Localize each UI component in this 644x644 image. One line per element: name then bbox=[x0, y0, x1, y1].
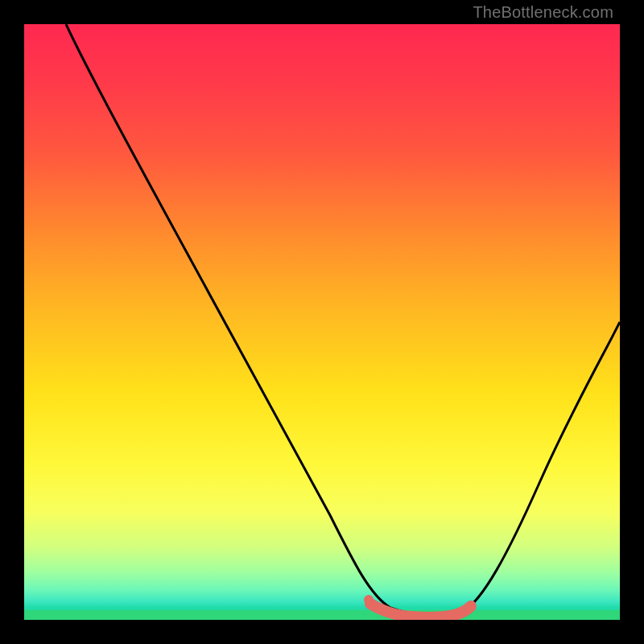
chart-container: TheBottleneck.com bbox=[0, 0, 644, 644]
plot-area bbox=[24, 24, 620, 620]
curve-svg bbox=[24, 24, 620, 620]
main-curve-path bbox=[66, 24, 620, 615]
highlight-start-dot bbox=[364, 595, 374, 605]
watermark-text: TheBottleneck.com bbox=[473, 3, 613, 22]
flat-highlight-path bbox=[370, 604, 471, 617]
